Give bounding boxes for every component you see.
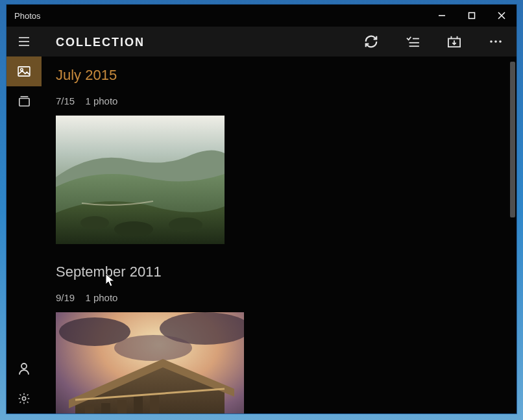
svg-point-15 xyxy=(494,40,497,43)
titlebar-title: Photos xyxy=(14,11,40,21)
sidebar-settings-button[interactable] xyxy=(6,384,42,414)
svg-point-14 xyxy=(490,40,493,43)
sidebar-item-albums[interactable] xyxy=(6,86,42,116)
svg-point-24 xyxy=(80,216,109,229)
select-button[interactable] xyxy=(392,27,433,56)
import-button[interactable] xyxy=(433,27,475,56)
albums-icon xyxy=(18,95,30,107)
more-icon xyxy=(489,40,502,43)
group-count: 1 photo xyxy=(85,95,117,106)
photo-group: September 2011 9/19 1 photo xyxy=(56,264,502,414)
close-icon xyxy=(498,12,505,19)
vertical-scrollbar[interactable] xyxy=(509,56,517,414)
titlebar: Photos xyxy=(6,5,517,27)
group-count: 1 photo xyxy=(85,292,117,303)
refresh-button[interactable] xyxy=(350,27,392,56)
close-button[interactable] xyxy=(487,5,517,27)
svg-point-22 xyxy=(22,397,25,400)
scrollbar-thumb[interactable] xyxy=(510,62,515,217)
gear-icon xyxy=(18,392,30,405)
landscape-image xyxy=(56,116,225,244)
svg-point-21 xyxy=(21,364,27,369)
sidebar-item-collection[interactable] xyxy=(6,56,42,86)
group-title[interactable]: September 2011 xyxy=(56,264,502,280)
svg-point-16 xyxy=(499,40,502,43)
sidebar xyxy=(6,56,42,414)
photo-thumbnail[interactable] xyxy=(56,312,244,414)
hamburger-icon xyxy=(18,36,30,47)
page-title: Collection xyxy=(56,34,145,49)
picture-icon xyxy=(18,66,30,77)
app-window: Photos Collection xyxy=(6,4,517,414)
svg-rect-33 xyxy=(85,406,94,414)
import-icon xyxy=(447,35,461,48)
group-sub: 9/19 1 photo xyxy=(56,292,502,303)
svg-rect-34 xyxy=(101,403,110,414)
more-button[interactable] xyxy=(475,27,517,56)
temple-image xyxy=(56,312,244,414)
maximize-icon xyxy=(468,12,476,19)
minimize-button[interactable] xyxy=(427,5,457,27)
group-sub: 7/15 1 photo xyxy=(56,95,502,106)
svg-rect-36 xyxy=(134,397,143,414)
app-header: Collection xyxy=(6,27,517,56)
svg-rect-17 xyxy=(18,67,30,76)
content-pane: July 2015 7/15 1 photo xyxy=(42,56,517,414)
svg-rect-1 xyxy=(469,13,475,19)
maximize-button[interactable] xyxy=(457,5,487,27)
refresh-icon xyxy=(364,34,378,49)
sidebar-signin-button[interactable] xyxy=(6,354,42,384)
select-icon xyxy=(406,36,420,47)
person-icon xyxy=(18,362,30,375)
group-date: 9/19 xyxy=(56,292,75,303)
svg-rect-37 xyxy=(150,395,159,414)
hamburger-button[interactable] xyxy=(6,27,42,56)
minimize-icon xyxy=(438,12,446,19)
group-title[interactable]: July 2015 xyxy=(56,67,502,84)
svg-rect-35 xyxy=(117,400,127,414)
body: July 2015 7/15 1 photo xyxy=(6,56,517,414)
svg-point-25 xyxy=(114,221,153,237)
group-date: 7/15 xyxy=(56,95,75,106)
photo-group: July 2015 7/15 1 photo xyxy=(56,67,502,244)
svg-point-26 xyxy=(169,217,202,232)
photo-thumbnail[interactable] xyxy=(56,116,225,244)
svg-point-30 xyxy=(114,335,192,361)
svg-rect-19 xyxy=(19,99,29,106)
